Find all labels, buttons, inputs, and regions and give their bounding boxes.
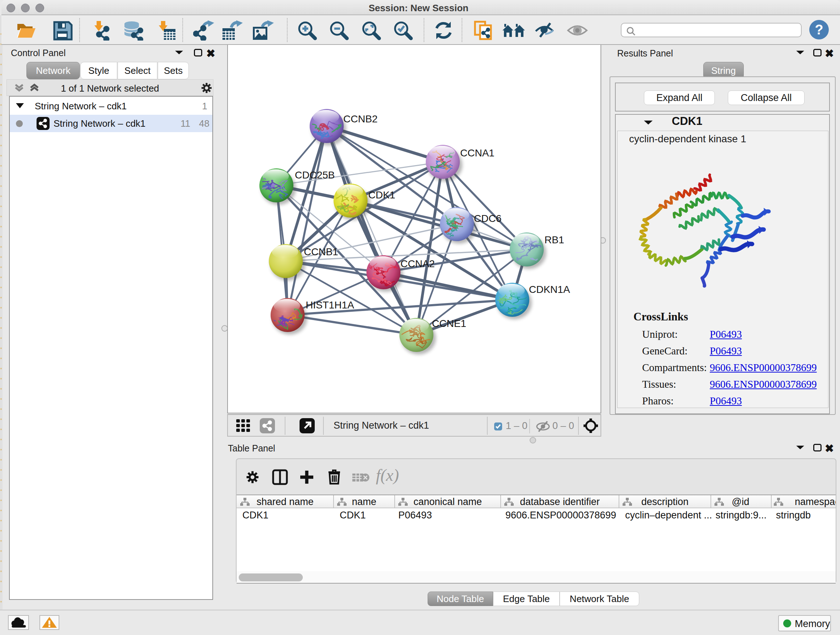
svg-text:CCNA1: CCNA1 [460, 147, 494, 158]
svg-text:CCNB2: CCNB2 [343, 113, 378, 125]
svg-text:HIST1H1A: HIST1H1A [306, 299, 354, 310]
svg-text:CDC25B: CDC25B [295, 169, 335, 181]
svg-text:CDKN1A: CDKN1A [529, 284, 570, 295]
svg-text:CCNA2: CCNA2 [401, 258, 435, 269]
svg-text:CCNE1: CCNE1 [432, 318, 466, 329]
svg-text:RB1: RB1 [545, 234, 564, 245]
svg-text:CDC6: CDC6 [474, 213, 501, 224]
svg-text:CCNB1: CCNB1 [304, 246, 338, 257]
svg-text:CDK1: CDK1 [368, 189, 395, 201]
